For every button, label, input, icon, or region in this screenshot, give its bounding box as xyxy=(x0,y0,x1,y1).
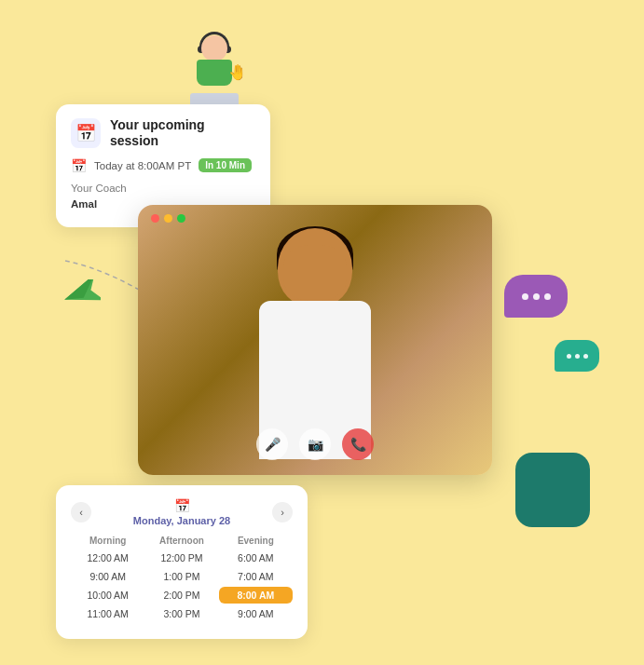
time-slot-selected[interactable]: 8:00 AM xyxy=(219,587,293,604)
tutor-hand: 🤚 xyxy=(228,63,247,81)
next-date-button[interactable]: › xyxy=(272,502,293,522)
chat-dot-sm-2 xyxy=(575,354,580,359)
time-slot[interactable]: 11:00 AM xyxy=(71,605,144,622)
time-slot[interactable]: 2:00 PM xyxy=(144,587,218,604)
chat-bubble-green xyxy=(555,340,599,372)
col-morning: Morning xyxy=(71,536,144,546)
time-slot[interactable]: 12:00 PM xyxy=(144,550,218,566)
chat-dot-2 xyxy=(533,293,540,300)
time-slot[interactable]: 12:00 AM xyxy=(71,550,144,566)
green-decoration-rect xyxy=(515,453,590,527)
chat-bubble-purple xyxy=(504,275,568,318)
tutor-head xyxy=(201,35,227,61)
scheduler-card: ‹ 📅 Monday, January 28 › Morning Afterno… xyxy=(56,485,308,639)
scheduler-row-0: 12:00 AM 12:00 PM 6:00 AM xyxy=(71,550,293,566)
session-badge: In 10 Min xyxy=(199,158,252,172)
svg-marker-1 xyxy=(63,279,101,305)
chat-dot-sm-1 xyxy=(567,354,571,359)
scheduler-calendar-icon: 📅 xyxy=(174,498,190,513)
col-afternoon: Afternoon xyxy=(144,536,218,546)
col-evening: Evening xyxy=(219,536,293,546)
end-call-button[interactable]: 📞 xyxy=(342,428,374,460)
time-slot[interactable]: 6:00 AM xyxy=(219,550,293,566)
chat-dot-3 xyxy=(544,293,551,300)
scheduler-date: 📅 Monday, January 28 xyxy=(133,498,230,526)
coach-name: Amal xyxy=(71,198,97,210)
session-time: Today at 8:00AM PT xyxy=(94,160,191,171)
video-area: 🎤 📷 📞 xyxy=(138,205,492,475)
scheduler-nav: ‹ 📅 Monday, January 28 › xyxy=(71,498,293,526)
session-title: Your upcoming session xyxy=(110,117,255,149)
chat-dot-sm-3 xyxy=(583,354,588,359)
paper-plane-icon xyxy=(63,279,101,311)
camera-button[interactable]: 📷 xyxy=(299,428,331,460)
chat-dot-1 xyxy=(522,293,528,300)
mic-button[interactable]: 🎤 xyxy=(256,428,288,460)
person-silhouette xyxy=(222,219,408,461)
prev-date-button[interactable]: ‹ xyxy=(71,502,91,522)
scheduler-columns-header: Morning Afternoon Evening xyxy=(71,536,293,546)
time-slot[interactable]: 9:00 AM xyxy=(219,605,293,622)
time-slot[interactable]: 10:00 AM xyxy=(71,587,144,604)
video-controls[interactable]: 🎤 📷 📞 xyxy=(256,428,374,460)
time-slot[interactable]: 9:00 AM xyxy=(71,568,144,585)
session-calendar-icon: 📅 xyxy=(71,118,101,148)
tutor-shirt xyxy=(197,60,232,86)
clock-icon: 📅 xyxy=(71,158,87,173)
tutor-figure: 🤚 xyxy=(172,17,256,110)
time-slot[interactable]: 3:00 PM xyxy=(144,605,218,622)
time-slot[interactable]: 7:00 AM xyxy=(219,568,293,585)
scheduler-date-text: Monday, January 28 xyxy=(133,515,230,526)
coach-label: Your Coach xyxy=(71,183,127,194)
scheduler-row-2: 10:00 AM 2:00 PM 8:00 AM xyxy=(71,587,293,604)
scheduler-row-3: 11:00 AM 3:00 PM 9:00 AM xyxy=(71,605,293,622)
time-slot[interactable]: 1:00 PM xyxy=(144,568,218,585)
person-face xyxy=(283,245,347,301)
scheduler-row-1: 9:00 AM 1:00 PM 7:00 AM xyxy=(71,568,293,585)
